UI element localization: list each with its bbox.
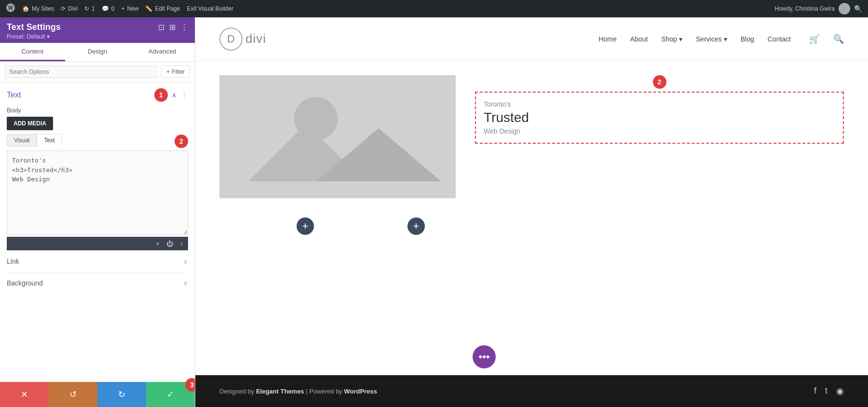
panel-content: Text 1 ∧ ⋮ Body ADD MEDIA Visual Text 2 [0, 82, 195, 382]
chevron-down-icon: ▾ [679, 35, 682, 43]
footer-social-icons: f t ◉ [814, 386, 844, 396]
twitter-icon[interactable]: t [825, 386, 827, 396]
nav-blog[interactable]: Blog [741, 35, 754, 43]
layout-icon[interactable]: ⊞ [169, 23, 176, 32]
editor-tab-text[interactable]: Text [37, 134, 62, 147]
wp-logo-icon[interactable]: W [6, 3, 15, 14]
filter-button[interactable]: + Filter [161, 66, 190, 78]
hero-webdesign: Web Design [484, 127, 835, 135]
panel-header-icons: ⊡ ⊞ ⋮ [158, 23, 188, 32]
badge-2: 2 [175, 135, 188, 148]
admin-bar-right: Howdy, Christina Gwira 🔍 [775, 3, 862, 14]
undo-button[interactable]: ↺ [49, 382, 97, 407]
search-icon[interactable]: 🔍 [854, 5, 862, 13]
footer-text: Designed by Elegant Themes | Powered by … [219, 388, 377, 395]
admin-bar-counter[interactable]: ↻ 1 [84, 5, 95, 12]
editor-tab-visual[interactable]: Visual [7, 134, 37, 147]
background-section[interactable]: Background ∨ [7, 272, 188, 294]
left-panel: Text Settings ⊡ ⊞ ⋮ Preset: Default ▾ Co… [0, 17, 195, 407]
cancel-button[interactable]: ✕ [0, 382, 49, 407]
nav-contact[interactable]: Contact [768, 35, 791, 43]
link-label: Link [7, 258, 19, 265]
background-label: Background [7, 279, 43, 287]
svg-text:W: W [8, 5, 13, 11]
site-footer: Designed by Elegant Themes | Powered by … [195, 375, 868, 407]
text-section-header: Text 1 ∧ ⋮ [7, 88, 188, 102]
logo-letter: D [227, 33, 235, 45]
facebook-icon[interactable]: f [814, 386, 816, 396]
body-label: Body [7, 107, 188, 114]
save-icon: ✓ [167, 389, 174, 400]
admin-bar-comments[interactable]: 💬 0 [102, 5, 115, 12]
site-logo: D divi [219, 27, 266, 51]
power-toolbar-icon[interactable]: ⏻ [166, 240, 173, 247]
nav-links: Home About Shop ▾ Services ▾ Blog Contac… [598, 34, 844, 44]
panel-tabs: Content Design Advanced [0, 43, 195, 62]
instagram-icon[interactable]: ◉ [836, 386, 844, 396]
search-input[interactable] [5, 66, 157, 78]
site-nav: D divi Home About Shop ▾ Services ▾ Blog… [195, 17, 868, 61]
editor-toolbar: + ⏻ ↕ [7, 237, 188, 250]
tab-advanced[interactable]: Advanced [130, 43, 195, 61]
badge-1: 1 [154, 88, 168, 102]
link-section[interactable]: Link ∨ [7, 250, 188, 272]
chevron-down-icon: ▾ [724, 35, 727, 43]
footer-wordpress: WordPress [344, 388, 377, 395]
badge-3: 3 [185, 378, 195, 392]
preview-area: D divi Home About Shop ▾ Services ▾ Blog… [195, 17, 868, 407]
panel-preset[interactable]: Preset: Default ▾ [7, 33, 188, 40]
nav-services[interactable]: Services ▾ [696, 35, 727, 43]
undo-icon: ↺ [69, 389, 77, 400]
logo-circle: D [219, 27, 243, 51]
user-avatar [839, 3, 850, 14]
add-column-left-button[interactable]: + [297, 217, 314, 235]
tab-design[interactable]: Design [65, 43, 130, 61]
nav-home[interactable]: Home [598, 35, 616, 43]
filter-icon: + [166, 68, 170, 75]
text-module-box[interactable]: Toronto's Trusted Web Design [475, 92, 844, 144]
admin-bar-divi[interactable]: ⟳ Divi [61, 5, 78, 12]
tab-content[interactable]: Content [0, 43, 65, 61]
admin-bar: W 🏠 My Sites ⟳ Divi ↻ 1 💬 0 + New ✏️ Edi… [0, 0, 868, 17]
arrows-toolbar-icon[interactable]: ↕ [180, 240, 183, 247]
responsive-icon[interactable]: ⊡ [158, 23, 164, 32]
admin-bar-new[interactable]: + New [121, 5, 138, 12]
add-media-button[interactable]: ADD MEDIA [7, 117, 53, 130]
text-editor[interactable]: Toronto's <h3>Trusted</h3> Web Design [7, 150, 188, 235]
pencil-icon: ✏️ [145, 5, 152, 12]
divi-icon: ⟳ [61, 5, 66, 12]
footer-separator: | Powered by [306, 388, 344, 395]
link-chevron-icon: ∨ [183, 258, 188, 265]
plus-icon: + [121, 5, 124, 12]
admin-bar-exit-builder[interactable]: Exit Visual Builder [187, 5, 233, 12]
admin-bar-edit-page[interactable]: ✏️ Edit Page [145, 5, 180, 12]
more-options-icon[interactable]: ⋮ [180, 23, 188, 32]
redo-button[interactable]: ↻ [97, 382, 146, 407]
plus-toolbar-icon[interactable]: + [156, 240, 160, 247]
logo-name: divi [245, 31, 266, 46]
page-content: 2 Toronto's Trusted Web Design + + [195, 61, 868, 375]
placeholder-image [219, 75, 456, 198]
add-column-right-button[interactable]: + [407, 217, 425, 235]
nav-search-icon[interactable]: 🔍 [833, 34, 844, 44]
editor-tabs: Visual Text [7, 134, 62, 147]
hero-trusted: Trusted [484, 110, 835, 125]
footer-elegant: Elegant Themes [256, 388, 304, 395]
fab-dots-icon: ••• [478, 351, 489, 363]
section-controls: 1 ∧ ⋮ [154, 88, 188, 102]
panel-title: Text Settings [7, 22, 61, 32]
nav-shop[interactable]: Shop ▾ [661, 35, 682, 43]
nav-about[interactable]: About [630, 35, 648, 43]
section-menu-icon[interactable]: ⋮ [180, 91, 188, 100]
fab-button[interactable]: ••• [473, 345, 496, 368]
collapse-icon[interactable]: ∧ [172, 91, 176, 99]
user-greeting: Howdy, Christina Gwira [775, 5, 835, 12]
hero-section: 2 Toronto's Trusted Web Design [219, 75, 844, 198]
main-layout: Text Settings ⊡ ⊞ ⋮ Preset: Default ▾ Co… [0, 17, 868, 407]
home-icon: 🏠 [22, 5, 29, 12]
footer-designed-by: Designed by [219, 388, 256, 395]
save-wrap: ✓ 3 [146, 382, 195, 407]
admin-bar-mysites[interactable]: 🏠 My Sites [22, 5, 54, 12]
search-bar: + Filter [0, 62, 195, 82]
cart-icon[interactable]: 🛒 [809, 34, 820, 44]
